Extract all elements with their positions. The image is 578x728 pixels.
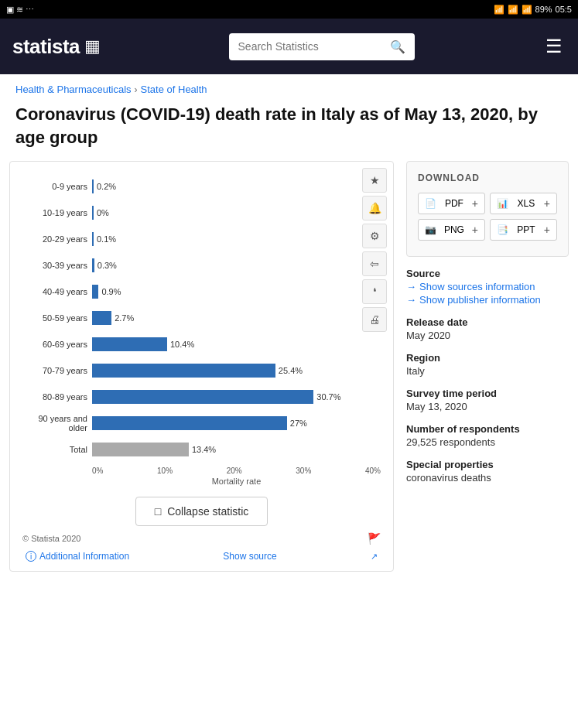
bar-label: 0-9 years — [22, 182, 92, 191]
bar — [92, 337, 167, 351]
breadcrumb-separator: › — [135, 84, 138, 95]
download-png-button[interactable]: 📷 PNG + — [418, 219, 485, 241]
bar-value: 13.4% — [192, 445, 216, 454]
bar — [92, 364, 275, 378]
x-axis: 0%10%20%30%40% — [92, 467, 381, 475]
additional-info-link[interactable]: i Additional Information — [26, 551, 129, 562]
x-tick: 40% — [365, 467, 381, 475]
png-plus: + — [472, 224, 478, 236]
signal-icon: 📶 — [522, 5, 532, 15]
bar-label: 30-39 years — [22, 261, 92, 270]
status-right: 📶 📶 📶 89% 05:5 — [494, 5, 572, 15]
bar-label: 10-19 years — [22, 208, 92, 217]
survey-period-label: Survey time period — [406, 388, 569, 399]
collapse-icon: □ — [155, 505, 161, 518]
show-sources-link[interactable]: → Show sources information — [406, 281, 569, 292]
breadcrumb-current[interactable]: State of Health — [141, 84, 207, 95]
download-title: DOWNLOAD — [418, 173, 557, 183]
table-row: 50-59 years2.7% — [22, 309, 381, 327]
special-props-value: coronavirus deaths — [406, 472, 569, 484]
table-row: 60-69 years10.4% — [22, 335, 381, 354]
xls-plus: + — [544, 197, 550, 210]
breadcrumb-link-health[interactable]: Health & Pharmaceuticals — [15, 84, 132, 95]
ppt-label: PPT — [517, 224, 535, 235]
chart-footer-row: © Statista 2020 🚩 — [22, 532, 381, 545]
page-title: Coronavirus (COVID-19) death rate in Ita… — [0, 100, 578, 161]
bluetooth-icon: 📶 — [494, 5, 504, 15]
flag-icon: 🚩 — [368, 532, 381, 545]
hamburger-menu[interactable]: ☰ — [542, 32, 566, 60]
survey-period-value: May 13, 2020 — [406, 401, 569, 412]
table-row: 90 years and older27% — [22, 414, 381, 432]
bar-value: 10.4% — [170, 340, 194, 349]
bar — [92, 179, 94, 193]
show-source-link[interactable]: Show source — [223, 551, 276, 562]
arrow-publisher-icon: → — [406, 294, 416, 306]
table-row: 80-89 years30.7% — [22, 388, 381, 406]
bar-container: 13.4% — [92, 442, 381, 457]
region-value: Italy — [406, 365, 569, 377]
download-pdf-button[interactable]: 📄 PDF + — [418, 193, 485, 214]
bar-label: 90 years and older — [22, 414, 92, 432]
bar-container: 0.9% — [92, 284, 381, 299]
bar-container: 10.4% — [92, 337, 381, 352]
bar-value: 2.7% — [115, 313, 134, 323]
bar-label: Total — [22, 445, 92, 454]
bar-label: 50-59 years — [22, 313, 92, 323]
download-row-2: 📷 PNG + 📑 PPT + — [418, 219, 557, 241]
bar-container: 0.2% — [92, 179, 381, 194]
collapse-label: Collapse statistic — [167, 505, 248, 518]
bar-value: 0.2% — [97, 182, 116, 191]
special-props-label: Special properties — [406, 459, 569, 470]
bar-value: 0.3% — [97, 261, 117, 270]
statista-credit: © Statista 2020 — [22, 534, 80, 543]
status-icons: ▣ ≋ ⋯ — [6, 5, 34, 15]
breadcrumb: Health & Pharmaceuticals › State of Heal… — [0, 74, 578, 100]
bar-container: 0% — [92, 205, 381, 220]
x-tick: 10% — [157, 467, 173, 475]
respondents-label: Number of respondents — [406, 423, 569, 435]
bar-container: 0.1% — [92, 231, 381, 247]
status-bar: ▣ ≋ ⋯ 📶 📶 📶 89% 05:5 — [0, 0, 578, 19]
logo-icon: ▦ — [84, 36, 101, 56]
chart-footer: i Additional Information Show source ↗ — [22, 551, 381, 562]
bar-container: 25.4% — [92, 363, 381, 378]
bar-container: 0.3% — [92, 258, 381, 273]
download-row-1: 📄 PDF + 📊 XLS + — [418, 193, 557, 214]
download-ppt-button[interactable]: 📑 PPT + — [490, 219, 557, 241]
bar-value: 25.4% — [279, 366, 303, 375]
bar-container: 30.7% — [92, 389, 381, 405]
table-row: 20-29 years0.1% — [22, 230, 381, 248]
bar — [92, 232, 94, 246]
search-input[interactable] — [238, 40, 384, 53]
table-row: 0-9 years0.2% — [22, 177, 381, 196]
app-header: statista ▦ 🔍 ☰ — [0, 19, 578, 74]
download-xls-button[interactable]: 📊 XLS + — [490, 193, 557, 214]
search-button[interactable]: 🔍 — [390, 39, 405, 54]
x-tick: 30% — [296, 467, 311, 475]
info-icon: i — [26, 551, 36, 562]
search-bar[interactable]: 🔍 — [229, 33, 415, 60]
pdf-label: PDF — [445, 198, 463, 209]
sidebar: DOWNLOAD 📄 PDF + 📊 XLS + 📷 PNG + — [406, 161, 569, 572]
xls-label: XLS — [518, 198, 535, 209]
bar — [92, 285, 98, 299]
logo-text: statista — [12, 35, 80, 59]
status-left: ▣ ≋ ⋯ — [6, 5, 34, 15]
bar — [92, 390, 313, 404]
external-link-icon: ↗ — [371, 552, 378, 562]
ppt-icon: 📑 — [497, 224, 508, 235]
ppt-plus: + — [544, 224, 550, 236]
bar — [92, 258, 94, 272]
collapse-button[interactable]: □ Collapse statistic — [135, 497, 268, 526]
bar-label: 70-79 years — [22, 366, 92, 375]
logo-container: statista ▦ — [12, 35, 101, 59]
bar-container: 27% — [92, 415, 381, 431]
battery-level: 89% — [535, 5, 552, 14]
source-label: Source — [406, 268, 569, 279]
release-date-value: May 2020 — [406, 330, 569, 341]
png-label: PNG — [444, 224, 464, 235]
show-publisher-link[interactable]: → Show publisher information — [406, 294, 569, 306]
x-tick: 20% — [227, 467, 242, 475]
respondents-value: 29,525 respondents — [406, 436, 569, 448]
